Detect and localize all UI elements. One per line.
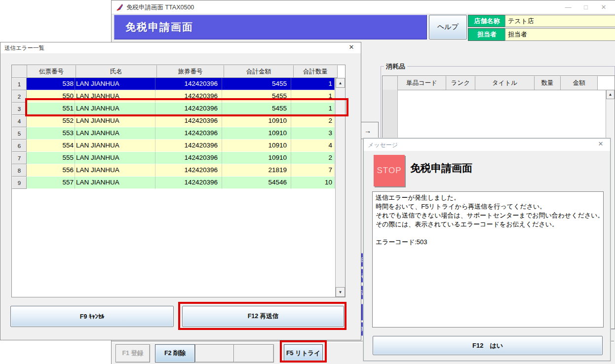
cell-total-amount: 10910 <box>222 115 291 127</box>
cell-name: LAN JIANHUA <box>75 140 155 152</box>
cell-passport-number: 142420396 <box>155 103 222 115</box>
cell-name: LAN JIANHUA <box>75 90 155 103</box>
footer-button[interactable]: F2 削除 <box>155 344 195 363</box>
cell-slip-number: 551 <box>27 103 75 115</box>
row-number: 5 <box>12 127 27 140</box>
message-heading: 免税申請画面 <box>410 161 472 175</box>
row-header-stub <box>12 65 27 78</box>
dialog-title: 送信エラー一覧 <box>4 44 44 52</box>
cell-total-amount: 10910 <box>222 140 291 152</box>
cell-total-amount: 21819 <box>222 164 291 177</box>
footer-button[interactable]: F1 登録 <box>115 344 150 363</box>
cell-name: LAN JIANHUA <box>75 127 155 140</box>
row-number: 2 <box>12 90 27 103</box>
cell-name: LAN JIANHUA <box>75 177 155 189</box>
stop-icon: STOP <box>374 155 405 186</box>
cell-total-amount: 5455 <box>222 90 291 103</box>
close-icon[interactable]: ✕ <box>347 44 356 50</box>
footer-button[interactable] <box>233 344 274 363</box>
error-table-header: 伝票番号氏名旅券番号合計金額合計数量 <box>12 65 345 78</box>
message-line: それでも送信できない場合は、サポートセンターまでお問い合わせください。 <box>376 211 600 220</box>
column-header: 合計金額 <box>224 65 294 78</box>
cell-name: LAN JIANHUA <box>75 115 155 127</box>
cell-passport-number: 142420396 <box>155 177 222 189</box>
column-header: 旅券番号 <box>157 65 224 78</box>
table-row[interactable]: 5 553 LAN JIANHUA 142420396 10910 3 <box>12 127 345 140</box>
cell-total-amount: 54546 <box>222 177 291 189</box>
ok-button[interactable]: F12 はい <box>373 336 603 355</box>
message-line <box>376 229 600 238</box>
cell-slip-number: 553 <box>27 127 75 140</box>
cell-name: LAN JIANHUA <box>75 152 155 164</box>
cell-passport-number: 142420396 <box>155 140 222 152</box>
dialog-title: メッセージ <box>368 141 398 149</box>
cell-total-quantity: 1 <box>291 78 335 90</box>
cell-total-quantity: 2 <box>291 115 335 127</box>
row-number: 6 <box>12 140 27 152</box>
cell-passport-number: 142420396 <box>155 78 222 90</box>
cell-slip-number: 550 <box>27 90 75 103</box>
cell-total-quantity: 4 <box>291 140 335 152</box>
cell-passport-number: 142420396 <box>155 164 222 177</box>
row-number: 4 <box>12 115 27 127</box>
close-icon[interactable]: ✕ <box>596 141 605 147</box>
cell-slip-number: 552 <box>27 115 75 127</box>
cell-total-quantity: 1 <box>291 103 335 115</box>
cell-passport-number: 142420396 <box>155 115 222 127</box>
cell-total-amount: 10910 <box>222 127 291 140</box>
error-table-body: 1 538 LAN JIANHUA 142420396 5455 1 2 550… <box>12 78 345 189</box>
table-row[interactable]: 4 552 LAN JIANHUA 142420396 10910 2 <box>12 115 345 127</box>
column-header: 伝票番号 <box>27 65 76 78</box>
row-number: 9 <box>12 177 27 189</box>
cell-name: LAN JIANHUA <box>75 103 155 115</box>
cell-passport-number: 142420396 <box>155 127 222 140</box>
table-row[interactable]: 2 550 LAN JIANHUA 142420396 5455 1 <box>12 90 345 103</box>
scroll-up-icon[interactable]: ▲ <box>336 78 345 88</box>
error-table: 伝票番号氏名旅券番号合計金額合計数量 1 538 LAN JIANHUA 142… <box>11 65 346 297</box>
cell-slip-number: 557 <box>27 177 75 189</box>
cell-slip-number: 555 <box>27 152 75 164</box>
cell-passport-number: 142420396 <box>155 152 222 164</box>
cell-total-amount: 5455 <box>222 103 291 115</box>
message-line: 送信エラーが発生しました。 <box>376 193 600 202</box>
table-row[interactable]: 3 551 LAN JIANHUA 142420396 5455 1 <box>12 103 345 115</box>
footer-button[interactable]: F5 リトライ <box>284 344 323 363</box>
cell-total-quantity: 7 <box>291 164 335 177</box>
message-text-box: 送信エラーが発生しました。時間をおいて、F5リトライから再送信を行ってください。… <box>372 191 604 328</box>
cell-slip-number: 554 <box>27 140 75 152</box>
resend-button[interactable]: F12 再送信 <box>182 306 344 327</box>
send-error-list-dialog: 送信エラー一覧 ✕ 伝票番号氏名旅券番号合計金額合計数量 1 538 LAN J… <box>0 42 361 340</box>
cell-name: LAN JIANHUA <box>75 164 155 177</box>
column-header: 氏名 <box>76 65 157 78</box>
row-number: 3 <box>12 103 27 115</box>
error-table-scrollbar[interactable]: ▲ ▼ <box>335 78 345 297</box>
table-row[interactable]: 6 554 LAN JIANHUA 142420396 10910 4 <box>12 140 345 152</box>
dialog-titlebar: メッセージ ✕ <box>364 139 610 151</box>
message-line: 時間をおいて、F5リトライから再送信を行ってください。 <box>376 202 600 211</box>
message-line: その際には、表示されているエラーコードをお伝えください。 <box>376 220 600 229</box>
column-header: 合計数量 <box>294 65 338 78</box>
scroll-down-icon[interactable]: ▼ <box>336 287 345 297</box>
cell-total-amount: 10910 <box>222 152 291 164</box>
cell-name: LAN JIANHUA <box>75 78 155 90</box>
cell-slip-number: 538 <box>27 78 75 90</box>
cell-total-amount: 5455 <box>222 78 291 90</box>
message-dialog: メッセージ ✕ STOP 免税申請画面 送信エラーが発生しました。時間をおいて、… <box>363 138 611 361</box>
row-number: 8 <box>12 164 27 177</box>
table-row[interactable]: 9 557 LAN JIANHUA 142420396 54546 10 <box>12 177 345 189</box>
row-number: 1 <box>12 78 27 90</box>
cell-total-quantity: 3 <box>291 127 335 140</box>
table-row[interactable]: 1 538 LAN JIANHUA 142420396 5455 1 <box>12 78 345 90</box>
footer-button[interactable] <box>195 344 234 363</box>
screen: 免税申請画面 TTAX0500 — □ ✕ 免税申請画面 ヘルプ 店舗名称 テス… <box>0 0 615 364</box>
table-row[interactable]: 7 555 LAN JIANHUA 142420396 10910 2 <box>12 152 345 164</box>
dialog-titlebar: 送信エラー一覧 ✕ <box>0 42 361 53</box>
table-row[interactable]: 8 556 LAN JIANHUA 142420396 21819 7 <box>12 164 345 177</box>
cell-total-quantity: 1 <box>291 90 335 103</box>
row-number: 7 <box>12 152 27 164</box>
cell-total-quantity: 10 <box>291 177 335 189</box>
cell-passport-number: 142420396 <box>155 90 222 103</box>
cell-total-quantity: 2 <box>291 152 335 164</box>
cancel-button[interactable]: F9 ｷｬﾝｾﾙ <box>10 306 174 327</box>
message-line: エラーコード:503 <box>376 238 600 247</box>
